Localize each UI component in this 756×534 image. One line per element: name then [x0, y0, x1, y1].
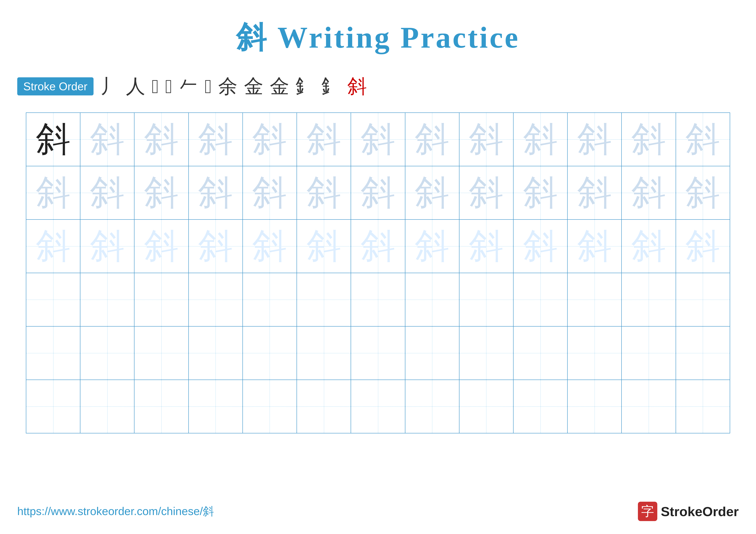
grid-row-4	[26, 273, 730, 326]
grid-cell: 斜	[567, 219, 622, 273]
grid-cell	[243, 326, 297, 380]
grid-cell	[567, 326, 622, 380]
grid-cell	[622, 273, 676, 326]
grid-cell: 斜	[26, 219, 80, 273]
stroke-3: 𠂆	[152, 75, 159, 98]
grid-cell: 斜	[405, 219, 459, 273]
grid-cell: 斜	[189, 166, 243, 219]
title-label: Writing Practice	[277, 21, 520, 54]
practice-grid-container: 斜 斜 斜 斜 斜 斜 斜 斜 斜 斜 斜 斜 斜 斜 斜 斜 斜 斜 斜 斜 …	[13, 113, 743, 433]
grid-cell	[80, 326, 134, 380]
grid-cell	[567, 273, 622, 326]
grid-cell	[26, 380, 80, 433]
grid-cell: 斜	[243, 113, 297, 166]
grid-cell	[351, 326, 405, 380]
grid-cell	[134, 380, 188, 433]
grid-cell	[622, 380, 676, 433]
grid-cell: 斜	[80, 166, 134, 219]
grid-cell: 斜	[622, 113, 676, 166]
footer: https://www.strokeorder.com/chinese/斜 字 …	[0, 502, 756, 521]
grid-cell	[676, 326, 730, 380]
grid-cell	[351, 273, 405, 326]
grid-row-6	[26, 380, 730, 433]
grid-cell: 斜	[622, 219, 676, 273]
grid-cell: 斜	[80, 113, 134, 166]
grid-cell	[459, 326, 513, 380]
grid-row-5	[26, 326, 730, 380]
title-character: 斜	[236, 21, 268, 54]
stroke-order-badge: Stroke Order	[17, 77, 94, 95]
stroke-1: 丿	[100, 73, 120, 99]
grid-cell: 斜	[351, 219, 405, 273]
grid-cell: 斜	[567, 166, 622, 219]
stroke-6: 𠂊	[204, 75, 212, 98]
stroke-12-final: 斜	[347, 73, 367, 99]
grid-cell: 斜	[513, 219, 567, 273]
grid-cell: 斜	[297, 166, 351, 219]
stroke-10: 釒	[296, 73, 315, 99]
grid-cell: 斜	[243, 219, 297, 273]
grid-cell: 斜	[26, 113, 80, 166]
grid-cell	[676, 273, 730, 326]
grid-cell	[134, 326, 188, 380]
stroke-9: 金	[270, 73, 289, 99]
grid-cell: 斜	[189, 113, 243, 166]
grid-cell	[189, 326, 243, 380]
grid-cell	[134, 273, 188, 326]
grid-cell: 斜	[351, 113, 405, 166]
grid-cell: 斜	[297, 113, 351, 166]
stroke-5: 𠂉	[179, 75, 198, 98]
grid-cell	[297, 273, 351, 326]
grid-row-2: 斜 斜 斜 斜 斜 斜 斜 斜 斜 斜 斜 斜 斜	[26, 166, 730, 219]
grid-cell	[26, 273, 80, 326]
grid-cell: 斜	[405, 113, 459, 166]
practice-grid: 斜 斜 斜 斜 斜 斜 斜 斜 斜 斜 斜 斜 斜 斜 斜 斜 斜 斜 斜 斜 …	[26, 113, 730, 433]
grid-cell	[26, 326, 80, 380]
grid-cell	[513, 380, 567, 433]
grid-cell	[189, 380, 243, 433]
grid-cell	[567, 380, 622, 433]
stroke-2: 人	[126, 73, 145, 99]
grid-cell	[405, 326, 459, 380]
stroke-order-row: Stroke Order 丿 人 𠂆 𠂇 𠂉 𠂊 余 金 金 釒 釒 斜	[0, 67, 756, 106]
grid-cell: 斜	[513, 166, 567, 219]
grid-cell	[513, 326, 567, 380]
grid-cell	[459, 273, 513, 326]
stroke-8: 金	[244, 73, 263, 99]
grid-cell: 斜	[459, 166, 513, 219]
grid-cell: 斜	[351, 166, 405, 219]
grid-cell	[243, 273, 297, 326]
grid-cell	[243, 380, 297, 433]
title-area: 斜 Writing Practice	[0, 0, 756, 58]
stroke-7: 余	[218, 73, 237, 99]
grid-cell: 斜	[676, 113, 730, 166]
grid-cell	[297, 326, 351, 380]
grid-cell: 斜	[459, 113, 513, 166]
grid-cell	[405, 380, 459, 433]
grid-cell	[622, 326, 676, 380]
grid-cell	[351, 380, 405, 433]
page-title: 斜 Writing Practice	[0, 17, 756, 58]
grid-row-3: 斜 斜 斜 斜 斜 斜 斜 斜 斜 斜 斜 斜 斜	[26, 219, 730, 273]
grid-cell: 斜	[513, 113, 567, 166]
logo-text: StrokeOrder	[661, 504, 739, 519]
grid-cell: 斜	[567, 113, 622, 166]
grid-cell: 斜	[459, 219, 513, 273]
stroke-4: 𠂇	[165, 75, 173, 98]
grid-cell: 斜	[80, 219, 134, 273]
grid-cell	[459, 380, 513, 433]
grid-row-1: 斜 斜 斜 斜 斜 斜 斜 斜 斜 斜 斜 斜 斜	[26, 113, 730, 166]
logo-character: 字	[641, 503, 654, 520]
grid-cell	[80, 273, 134, 326]
grid-cell: 斜	[134, 166, 188, 219]
grid-cell: 斜	[189, 219, 243, 273]
footer-url: https://www.strokeorder.com/chinese/斜	[17, 504, 214, 519]
logo-icon: 字	[638, 502, 657, 521]
grid-cell	[297, 380, 351, 433]
grid-cell	[189, 273, 243, 326]
grid-cell: 斜	[26, 166, 80, 219]
grid-cell	[80, 380, 134, 433]
grid-cell: 斜	[297, 219, 351, 273]
grid-cell: 斜	[676, 219, 730, 273]
grid-cell: 斜	[622, 166, 676, 219]
